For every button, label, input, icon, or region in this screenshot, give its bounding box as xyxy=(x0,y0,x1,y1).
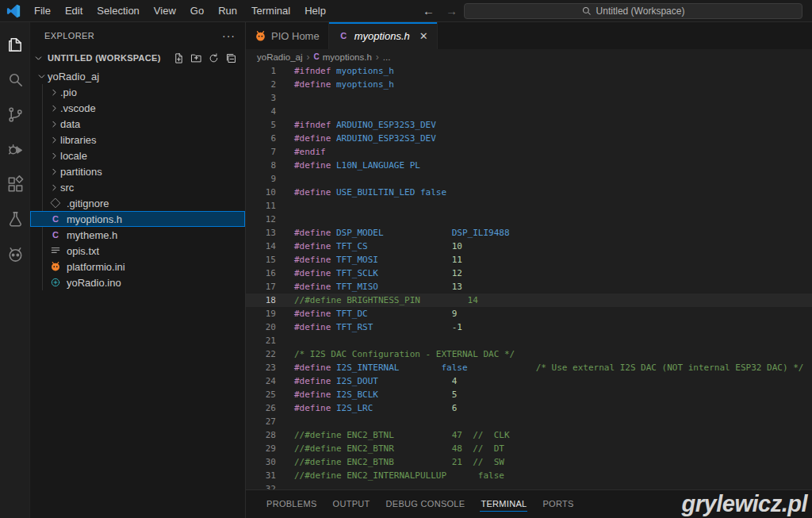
breadcrumb[interactable]: yoRadio_aj›Cmyoptions.h›... xyxy=(246,49,812,64)
menu-selection[interactable]: Selection xyxy=(90,0,146,21)
tree-folder-yoradio-aj[interactable]: yoRadio_aj xyxy=(30,68,245,84)
line-number: 25 xyxy=(246,388,276,401)
command-center-search[interactable]: Untitled (Workspace) xyxy=(464,3,802,19)
activity-source-control-icon[interactable] xyxy=(0,97,30,132)
code-line-26[interactable]: 26#define I2S_LRC 6 xyxy=(246,401,812,415)
menu-run[interactable]: Run xyxy=(211,0,244,21)
code-line-27[interactable]: 27 xyxy=(246,415,812,428)
code-line-16[interactable]: 16#define TFT_SCLK 12 xyxy=(246,267,812,280)
menu-file[interactable]: File xyxy=(27,0,58,21)
c-file-icon: C xyxy=(314,52,320,61)
tree-folder-data[interactable]: data xyxy=(30,116,245,132)
tree-file-myoptions.h[interactable]: Cmyoptions.h xyxy=(30,211,245,227)
tree-folder-.vscode[interactable]: .vscode xyxy=(30,100,245,116)
line-content: /* I2S DAC Configuration - EXTERNAL DAC … xyxy=(294,347,515,361)
tree-folder-partitions[interactable]: partitions xyxy=(30,163,245,179)
breadcrumb-item[interactable]: ... xyxy=(383,52,391,62)
forward-arrow-icon[interactable]: → xyxy=(446,4,458,17)
tree-file-platformio.ini[interactable]: platformio.ini xyxy=(30,259,245,274)
c-file-icon: C xyxy=(49,228,62,241)
chevron-right-icon xyxy=(49,119,60,129)
tab-pio-home[interactable]: PIO Home xyxy=(246,22,329,49)
code-line-12[interactable]: 12 xyxy=(246,213,812,226)
code-line-21[interactable]: 21 xyxy=(246,334,812,347)
new-folder-icon[interactable] xyxy=(190,52,202,64)
code-line-6[interactable]: 6#define ARDUINO_ESP32S3_DEV xyxy=(246,132,812,145)
code-line-7[interactable]: 7#endif xyxy=(246,145,812,159)
activity-testing-icon[interactable] xyxy=(0,201,30,236)
back-arrow-icon[interactable]: ← xyxy=(423,4,435,17)
tab-myoptions.h[interactable]: Cmyoptions.h✕ xyxy=(329,22,438,49)
workspace-section-header[interactable]: UNTITLED (WORKSPACE) xyxy=(30,49,245,67)
code-line-24[interactable]: 24#define I2S_DOUT 4 xyxy=(246,374,812,388)
tab-label: PIO Home xyxy=(271,30,320,42)
code-line-4[interactable]: 4 xyxy=(246,105,812,118)
menu-terminal[interactable]: Terminal xyxy=(244,0,297,21)
breadcrumb-label: ... xyxy=(383,52,391,62)
code-line-30[interactable]: 30//#define ENC2_BTNB 21 // SW xyxy=(246,455,812,469)
activity-platformio-icon[interactable] xyxy=(0,236,30,271)
code-line-8[interactable]: 8#define L10N_LANGUAGE PL xyxy=(246,159,812,172)
code-line-25[interactable]: 25#define I2S_BCLK 5 xyxy=(246,388,812,401)
tree-folder-src[interactable]: src xyxy=(30,179,245,195)
line-content: #define TFT_MOSI 11 xyxy=(294,253,462,267)
code-line-11[interactable]: 11 xyxy=(246,199,812,213)
code-line-18[interactable]: 18//#define BRIGHTNESS_PIN 14 xyxy=(246,294,812,307)
breadcrumb-item[interactable]: yoRadio_aj xyxy=(257,52,303,62)
line-content: #define TFT_MISO 13 xyxy=(294,280,462,294)
line-content: //#define BRIGHTNESS_PIN 14 xyxy=(294,294,478,307)
tree-file-.gitignore[interactable]: .gitignore xyxy=(30,195,245,211)
code-line-29[interactable]: 29//#define ENC2_BTNR 48 // DT xyxy=(246,442,812,455)
tree-file-opis.txt[interactable]: opis.txt xyxy=(30,243,245,259)
menu-view[interactable]: View xyxy=(147,0,183,21)
code-line-13[interactable]: 13#define DSP_MODEL DSP_ILI9488 xyxy=(246,226,812,240)
panel-tab-debug-console[interactable]: DEBUG CONSOLE xyxy=(378,490,473,518)
panel-tab-problems[interactable]: PROBLEMS xyxy=(259,490,325,518)
code-line-15[interactable]: 15#define TFT_MOSI 11 xyxy=(246,253,812,267)
code-line-31[interactable]: 31//#define ENC2_INTERNALPULLUP false xyxy=(246,469,812,482)
activity-explorer-icon[interactable] xyxy=(0,27,30,62)
line-number: 27 xyxy=(246,415,276,428)
code-line-10[interactable]: 10#define USE_BUILTIN_LED false xyxy=(246,186,812,199)
line-number: 9 xyxy=(246,172,276,186)
code-line-9[interactable]: 9 xyxy=(246,172,812,186)
panel-tab-ports[interactable]: PORTS xyxy=(534,490,581,518)
line-number: 13 xyxy=(246,226,276,240)
panel-tab-terminal[interactable]: TERMINAL xyxy=(473,490,534,518)
code-line-28[interactable]: 28//#define ENC2_BTNL 47 // CLK xyxy=(246,428,812,442)
new-file-icon[interactable] xyxy=(173,52,185,64)
code-line-19[interactable]: 19#define TFT_DC 9 xyxy=(246,307,812,320)
code-line-2[interactable]: 2#define myoptions_h xyxy=(246,78,812,91)
line-number: 6 xyxy=(246,132,276,145)
menu-edit[interactable]: Edit xyxy=(58,0,90,21)
activity-run-debug-icon[interactable] xyxy=(0,132,30,167)
tree-item-label: myoptions.h xyxy=(67,213,122,225)
collapse-all-icon[interactable] xyxy=(225,52,237,64)
line-number: 23 xyxy=(246,361,276,374)
explorer-more-actions-icon[interactable]: ··· xyxy=(222,29,236,42)
code-line-32[interactable]: 32 xyxy=(246,482,812,489)
code-editor[interactable]: 1#ifndef myoptions_h2#define myoptions_h… xyxy=(246,64,812,489)
menu-go[interactable]: Go xyxy=(183,0,211,21)
code-line-17[interactable]: 17#define TFT_MISO 13 xyxy=(246,280,812,294)
tree-file-mytheme.h[interactable]: Cmytheme.h xyxy=(30,227,245,243)
code-line-14[interactable]: 14#define TFT_CS 10 xyxy=(246,240,812,253)
code-line-23[interactable]: 23#define I2S_INTERNAL false /* Use exte… xyxy=(246,361,812,374)
code-line-1[interactable]: 1#ifndef myoptions_h xyxy=(246,64,812,78)
menu-help[interactable]: Help xyxy=(297,0,333,21)
panel-tab-output[interactable]: OUTPUT xyxy=(325,490,378,518)
tree-folder-libraries[interactable]: libraries xyxy=(30,132,245,148)
code-line-20[interactable]: 20#define TFT_RST -1 xyxy=(246,320,812,334)
code-line-5[interactable]: 5#ifndef ARDUINO_ESP32S3_DEV xyxy=(246,118,812,132)
code-line-3[interactable]: 3 xyxy=(246,91,812,105)
code-line-22[interactable]: 22/* I2S DAC Configuration - EXTERNAL DA… xyxy=(246,347,812,361)
tree-file-yoradio.ino[interactable]: yoRadio.ino xyxy=(30,274,245,290)
activity-search-icon[interactable] xyxy=(0,62,30,97)
refresh-icon[interactable] xyxy=(208,52,220,64)
close-icon[interactable]: ✕ xyxy=(419,30,428,42)
tree-folder-.pio[interactable]: .pio xyxy=(30,84,245,100)
activity-extensions-icon[interactable] xyxy=(0,167,30,201)
breadcrumb-item[interactable]: Cmyoptions.h xyxy=(314,52,372,62)
tree-item-label: yoRadio.ino xyxy=(67,277,121,289)
tree-folder-locale[interactable]: locale xyxy=(30,148,245,163)
